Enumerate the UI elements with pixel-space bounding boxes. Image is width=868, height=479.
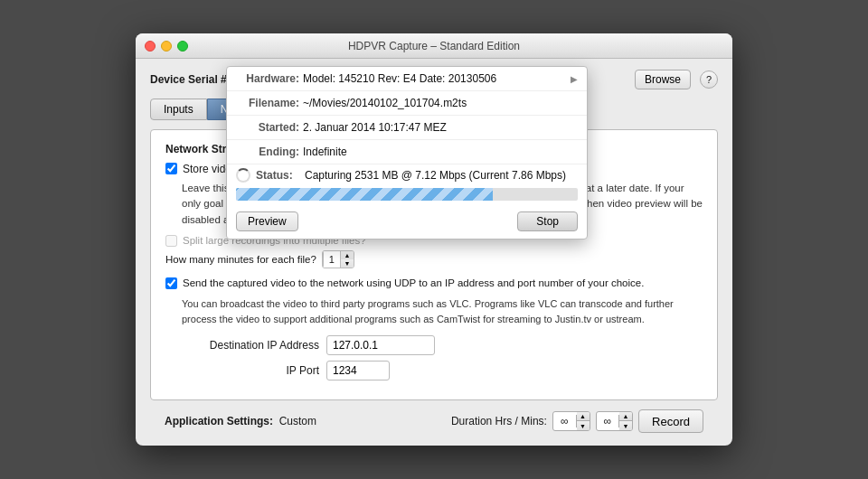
popup-filename-val: ~/Movies/20140102_101704.m2ts xyxy=(303,97,578,109)
popup-ending-key: Ending: xyxy=(236,146,299,158)
port-label: IP Port xyxy=(184,364,319,377)
popup-status-val: Capturing 2531 MB @ 7.12 Mbps (Current 7… xyxy=(305,169,566,182)
hrs-down[interactable]: ▼ xyxy=(577,421,590,431)
help-button[interactable]: ? xyxy=(700,70,718,89)
status-row: Status: Capturing 2531 MB @ 7.12 Mbps (C… xyxy=(236,168,578,183)
popup-started-val: 2. Januar 2014 10:17:47 MEZ xyxy=(303,121,578,134)
mins-stepper: ∞ ▲ ▼ xyxy=(596,411,634,431)
ip-label: Destination IP Address xyxy=(184,339,319,352)
popup-started-row: Started: 2. Januar 2014 10:17:47 MEZ xyxy=(227,116,587,140)
app-settings-label: Application Settings: xyxy=(165,415,273,427)
split-checkbox[interactable] xyxy=(165,235,177,247)
browse-button[interactable]: Browse xyxy=(635,70,691,89)
popup-filename-key: Filename: xyxy=(236,97,299,109)
progress-bar-fill xyxy=(236,188,493,201)
hrs-up[interactable]: ▲ xyxy=(577,411,590,421)
hrs-arrows: ▲ ▼ xyxy=(577,411,590,431)
popup-ending-val: Indefinite xyxy=(303,146,578,158)
popup-status-key: Status: xyxy=(256,169,299,182)
progress-bar xyxy=(236,188,578,201)
titlebar: HDPVR Capture – Standard Edition xyxy=(136,33,732,59)
popup-buttons: Preview Stop xyxy=(227,208,587,239)
minimize-button[interactable] xyxy=(161,41,172,52)
popup-hardware-key: Hardware: xyxy=(236,72,299,85)
chevron-right-icon: ▶ xyxy=(571,74,578,84)
spinner-icon xyxy=(236,168,250,183)
status-popup: Hardware: Model: 145210 Rev: E4 Date: 20… xyxy=(226,66,588,240)
popup-filename-row: Filename: ~/Movies/20140102_101704.m2ts xyxy=(227,91,587,116)
tab-inputs[interactable]: Inputs xyxy=(150,99,207,120)
mins-down[interactable]: ▼ xyxy=(619,421,632,431)
ip-address-row: Destination IP Address xyxy=(184,335,703,355)
popup-hardware-row: Hardware: Model: 145210 Rev: E4 Date: 20… xyxy=(227,67,587,91)
preview-button[interactable]: Preview xyxy=(236,211,298,231)
popup-hardware-val: Model: 145210 Rev: E4 Date: 20130506 xyxy=(303,72,567,85)
maximize-button[interactable] xyxy=(177,41,188,52)
popup-ending-row: Ending: Indefinite xyxy=(227,140,587,164)
traffic-lights xyxy=(145,41,188,52)
port-row: IP Port xyxy=(184,361,703,380)
app-settings: Application Settings: Custom xyxy=(165,415,316,427)
hrs-stepper: ∞ ▲ ▼ xyxy=(552,411,590,431)
duration-row: Duration Hrs / Mins: ∞ ▲ ▼ ∞ ▲ ▼ xyxy=(451,409,703,433)
hrs-value: ∞ xyxy=(553,415,577,427)
stepper-buttons: ▲ ▼ xyxy=(341,251,354,268)
stepper-value: 1 xyxy=(323,251,341,268)
window-title: HDPVR Capture – Standard Edition xyxy=(348,40,520,52)
stop-button[interactable]: Stop xyxy=(517,211,578,231)
popup-progress-row: Status: Capturing 2531 MB @ 7.12 Mbps (C… xyxy=(227,164,587,208)
ip-input[interactable] xyxy=(326,335,435,355)
mins-arrows: ▲ ▼ xyxy=(619,411,632,431)
main-window: HDPVR Capture – Standard Edition Device … xyxy=(136,33,732,446)
store-video-checkbox[interactable] xyxy=(165,163,177,174)
stepper-up[interactable]: ▲ xyxy=(341,251,354,259)
broadcast-text: You can broadcast the video to third par… xyxy=(182,296,703,326)
bottom-bar: Application Settings: Custom Duration Hr… xyxy=(150,400,718,433)
how-many-row: How many minutes for each file? 1 ▲ ▼ xyxy=(165,250,703,268)
duration-label: Duration Hrs / Mins: xyxy=(451,415,547,427)
minutes-stepper: 1 ▲ ▼ xyxy=(322,250,354,268)
mins-up[interactable]: ▲ xyxy=(619,411,632,421)
udp-label: Send the captured video to the network u… xyxy=(183,276,703,291)
udp-row: Send the captured video to the network u… xyxy=(165,276,703,291)
serial-label: Device Serial # xyxy=(150,73,227,86)
popup-started-key: Started: xyxy=(236,121,299,134)
app-settings-value: Custom xyxy=(279,415,316,427)
stepper-down[interactable]: ▼ xyxy=(341,259,354,268)
mins-value: ∞ xyxy=(597,415,620,427)
udp-checkbox[interactable] xyxy=(165,277,177,289)
port-input[interactable] xyxy=(326,361,390,380)
how-many-label: How many minutes for each file? xyxy=(165,254,316,265)
close-button[interactable] xyxy=(145,41,156,52)
record-button[interactable]: Record xyxy=(638,409,703,433)
